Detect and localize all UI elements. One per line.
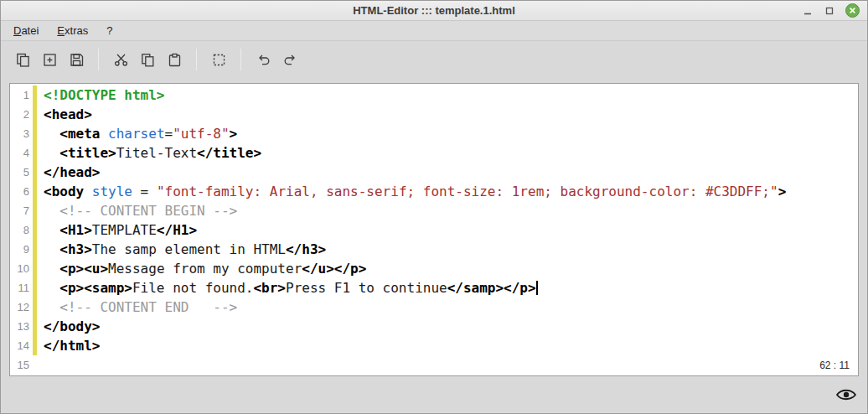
line-number: 6	[10, 182, 33, 201]
code-text: <title>Titel-Text</title>	[37, 143, 261, 163]
code-line[interactable]: 12 <!-- CONTENT END -->	[10, 298, 858, 317]
toolbar	[1, 41, 867, 78]
code-line[interactable]: 1<!DOCTYPE html>	[10, 85, 858, 105]
code-text: <body style = "font-family: Arial, sans-…	[37, 182, 786, 201]
code-line[interactable]: 14</html>	[10, 336, 858, 355]
cut-button[interactable]	[109, 48, 132, 71]
cut-icon	[113, 52, 129, 68]
toolbar-separator	[196, 49, 197, 70]
eye-icon	[835, 388, 857, 402]
new-file-button[interactable]	[11, 48, 34, 71]
line-number: 4	[10, 143, 33, 163]
menu-datei[interactable]: Datei	[4, 22, 48, 39]
close-button[interactable]	[845, 3, 860, 18]
code-line[interactable]: 11 <p><samp>File not found.<br>Press F1 …	[10, 278, 858, 298]
redo-button[interactable]	[278, 48, 302, 71]
toolbar-separator	[98, 49, 99, 70]
toolbar-separator	[240, 49, 241, 70]
code-lines: 1<!DOCTYPE html>2<head>3 <meta charset="…	[10, 84, 858, 375]
line-number: 3	[10, 124, 33, 143]
code-line[interactable]: 15	[10, 355, 858, 375]
menu-extras[interactable]: Extras	[48, 22, 97, 39]
undo-icon	[256, 52, 271, 68]
code-text: <p><samp>File not found.<br>Press F1 to …	[37, 278, 538, 298]
select-all-icon	[211, 52, 227, 68]
code-text: <H1>TEMPLATE</H1>	[37, 220, 197, 240]
new-file-icon	[15, 52, 31, 68]
paste-icon	[167, 52, 183, 68]
select-all-button[interactable]	[207, 48, 230, 71]
minimize-icon	[802, 5, 814, 17]
line-number: 5	[10, 163, 33, 182]
cursor-position: 62 : 11	[819, 360, 850, 371]
code-line[interactable]: 2<head>	[10, 105, 858, 124]
undo-button[interactable]	[251, 48, 275, 71]
line-number: 14	[10, 336, 33, 355]
code-text	[37, 355, 44, 375]
line-number: 2	[10, 105, 33, 124]
code-text: </head>	[37, 163, 100, 182]
line-number: 11	[10, 278, 33, 298]
code-line[interactable]: 8 <H1>TEMPLATE</H1>	[10, 220, 858, 240]
code-text: </body>	[37, 317, 100, 336]
titlebar[interactable]: HTML-Editor ::: template.1.html	[1, 1, 867, 21]
maximize-button[interactable]	[824, 5, 835, 17]
bottombar	[1, 376, 867, 413]
line-number: 7	[10, 201, 33, 220]
menubar: DateiExtras?	[1, 21, 867, 41]
code-text: <!DOCTYPE html>	[37, 85, 165, 105]
code-text: </html>	[37, 336, 100, 355]
close-icon	[846, 4, 859, 17]
line-number: 15	[10, 355, 33, 375]
window-controls	[802, 3, 867, 18]
copy-icon	[140, 52, 156, 68]
line-number: 13	[10, 317, 33, 336]
code-line[interactable]: 9 <h3>The samp element in HTML</h3>	[10, 240, 858, 259]
window-title: HTML-Editor ::: template.1.html	[1, 4, 867, 17]
code-line[interactable]: 5</head>	[10, 163, 858, 182]
minimize-button[interactable]	[802, 5, 814, 17]
code-text: <h3>The samp element in HTML</h3>	[37, 240, 326, 259]
line-number: 10	[10, 259, 33, 278]
code-line[interactable]: 13</body>	[10, 317, 858, 336]
code-text: <p><u>Message from my computer</u></p>	[37, 259, 366, 278]
redo-icon	[282, 52, 298, 68]
code-line[interactable]: 10 <p><u>Message from my computer</u></p…	[10, 259, 858, 278]
open-file-button[interactable]	[38, 48, 61, 71]
code-text: <meta charset="utf-8">	[37, 124, 237, 143]
code-text: <!-- CONTENT BEGIN -->	[37, 201, 237, 220]
save-button[interactable]	[65, 48, 88, 71]
open-file-icon	[42, 52, 58, 68]
code-line[interactable]: 7 <!-- CONTENT BEGIN -->	[10, 201, 858, 220]
code-line[interactable]: 3 <meta charset="utf-8">	[10, 124, 858, 143]
code-line[interactable]: 4 <title>Titel-Text</title>	[10, 143, 858, 163]
text-cursor	[536, 281, 538, 295]
menu-help[interactable]: ?	[97, 22, 121, 39]
paste-button[interactable]	[163, 48, 186, 71]
line-number: 1	[10, 85, 33, 105]
maximize-icon	[824, 5, 835, 17]
code-line[interactable]: 6<body style = "font-family: Arial, sans…	[10, 182, 858, 201]
line-number: 8	[10, 220, 33, 240]
code-text: <!-- CONTENT END -->	[37, 298, 237, 317]
line-number: 12	[10, 298, 33, 317]
app-window: HTML-Editor ::: template.1.html DateiExt…	[0, 0, 868, 414]
copy-button[interactable]	[136, 48, 159, 71]
code-text: <head>	[37, 105, 92, 124]
preview-toggle-button[interactable]	[835, 388, 857, 402]
save-icon	[69, 52, 85, 68]
line-number: 9	[10, 240, 33, 259]
code-editor[interactable]: 1<!DOCTYPE html>2<head>3 <meta charset="…	[9, 83, 859, 376]
